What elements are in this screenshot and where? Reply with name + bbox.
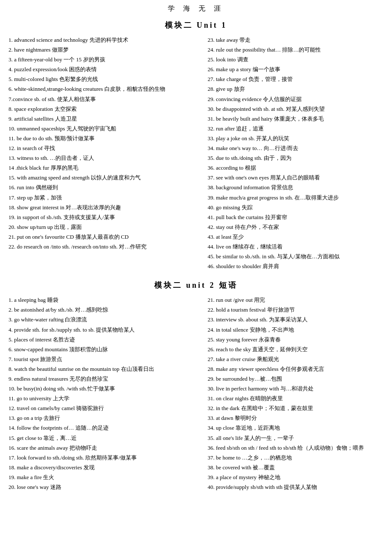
list-item: 24. in total silence 安静地，不出声地 — [208, 325, 383, 335]
list-item: 21. run out /give out 用完 — [208, 295, 383, 305]
list-item: 32. run after 追赶，追逐 — [208, 124, 383, 133]
section2: 模块二 unit 2 短语 1. a sleeping bag 睡袋2. be … — [9, 280, 383, 492]
list-item: 24. rule out the possibility that… 排除…的可… — [208, 45, 383, 55]
list-item: 34. up close 靠近地，近距离地 — [208, 423, 383, 433]
list-item: 34. make one's way to… 向…行进/而去 — [208, 144, 383, 153]
list-item: 43. at least 至少 — [208, 232, 383, 242]
list-item: 6. snow-capped mountains 顶部积雪的山脉 — [9, 345, 199, 354]
list-item: 35. due to sth./doing sth. 由于，因为 — [208, 153, 383, 163]
section1-left-col: 1. advanced science and technology 先进的科学… — [9, 35, 199, 272]
section2-right-col: 21. run out /give out 用完22. hold a touri… — [208, 295, 383, 492]
list-item: 33. play a joke on sb. 开某人的玩笑 — [208, 134, 383, 143]
list-item: 22. do research on /into sth. /research … — [9, 242, 199, 251]
list-item: 2. have nightmares 做噩梦 — [9, 45, 199, 55]
list-item: 39. a place of mystery 神秘之地 — [208, 473, 383, 482]
list-item: 1. a sleeping bag 睡袋 — [9, 295, 199, 305]
list-item: 28. make any viewer speechless 令任何参观者无言 — [208, 364, 383, 374]
list-item: 13. witness to sth. …的目击者，证人 — [9, 153, 199, 163]
list-item: 5. places of interest 名胜古迹 — [9, 335, 199, 344]
list-item: 20. show up/turn up 出现，露面 — [9, 223, 199, 232]
section2-columns: 1. a sleeping bag 睡袋2. be astonished at/… — [9, 295, 383, 492]
list-item: 5. multi-colored lights 色彩繁多的光线 — [9, 75, 199, 84]
list-item: 16. scare the animals away 把动物吓走 — [9, 443, 199, 453]
list-item: 11. go to university 上大学 — [9, 394, 199, 403]
list-item: 22. hold a tourism festival 举行旅游节 — [208, 305, 383, 315]
list-item: 41. pull back the curtains 拉开窗帘 — [208, 213, 383, 222]
list-item: 37. be home to …之乡，…的栖息地 — [208, 453, 383, 462]
list-item: 33. at dawn 黎明时分 — [208, 413, 383, 423]
list-item: 40. go missing 失踪 — [208, 203, 383, 212]
list-item: 29. be surrounded by…被…包围 — [208, 374, 383, 384]
list-item: 19. in support of sb./sth. 支持或支援某人/某事 — [9, 213, 199, 222]
list-item: 12. travel on camels/by camel 骑骆驼旅行 — [9, 404, 199, 413]
list-item: 3. a fifteen-year-old boy 一个 15 岁的男孩 — [9, 55, 199, 64]
list-item: 36. feed sb/sth on sth / feed sth to sb/… — [208, 443, 383, 453]
list-item: 12. in search of 寻找 — [9, 144, 199, 153]
list-item: 23. interview sb. about sth. 为某事采访某人 — [208, 315, 383, 324]
list-item: 30. be disappointed with sb. at sth. 对某人… — [208, 104, 383, 114]
list-item: 10. unmanned spaceships 无人驾驶的宇宙飞船 — [9, 124, 199, 133]
list-item: 35. all one's life 某人的一生，一辈子 — [208, 434, 383, 443]
list-item: 32. in the dark 在黑暗中；不知道，蒙在鼓里 — [208, 404, 383, 413]
section2-title: 模块二 unit 2 短语 — [9, 280, 383, 290]
list-item: 16. run into 偶然碰到 — [9, 183, 199, 192]
list-item: 40. provide/supply sb/sth with sth 提供某人某… — [208, 483, 383, 492]
list-item: 11. be due to do sth. 预期/预计做某事 — [9, 134, 199, 143]
list-item: 29. convincing evidence 令人信服的证据 — [208, 95, 383, 104]
section2-left-col: 1. a sleeping bag 睡袋2. be astonished at/… — [9, 295, 199, 492]
list-item: 21. put on one's favourite CD 播放某人最喜欢的 C… — [9, 232, 199, 242]
list-item: 18. make a discovery/discoveries 发现 — [9, 463, 199, 472]
section1-right-col: 23. take away 带走24. rule out the possibi… — [208, 35, 383, 272]
list-item: 25. stay young forever 永葆青春 — [208, 335, 383, 344]
list-item: 30. live in perfect harmony with 与…和谐共处 — [208, 384, 383, 393]
list-item: 31. be heavily built and hairy 体重庞大，体表多毛 — [208, 114, 383, 124]
page-title: 学 海 无 涯 — [9, 4, 383, 13]
list-item: 27. take charge of 负责，管理，接管 — [208, 75, 383, 84]
list-item: 3. go white-water rafting 白浪漂流 — [9, 315, 199, 324]
section1-columns: 1. advanced science and technology 先进的科学… — [9, 35, 383, 272]
list-item: 38. be covered with 被…覆盖 — [208, 463, 383, 472]
list-item: 23. take away 带走 — [208, 35, 383, 45]
list-item: 17. step up 加紧，加强 — [9, 193, 199, 202]
list-item: 19. make a fire 生火 — [9, 473, 199, 482]
list-item: 2. be astonished at/by sth./sb. 对…感到吃惊 — [9, 305, 199, 315]
list-item: 18. show great interest in 对…表现出浓厚的兴趣 — [9, 203, 199, 212]
section1: 模块二 Unit 1 1. advanced science and techn… — [9, 20, 383, 272]
list-item: 13. go on a trip 去旅行 — [9, 413, 199, 423]
list-item: 20. lose one's way 迷路 — [9, 483, 199, 492]
list-item: 15. get close to 靠近，离…近 — [9, 434, 199, 443]
list-item: 42. stay out 待在户外，不在家 — [208, 223, 383, 232]
list-item: 36. according to 根据 — [208, 163, 383, 173]
list-item: 1. advanced science and technology 先进的科学… — [9, 35, 199, 45]
list-item: 8. space exploration 太空探索 — [9, 104, 199, 114]
list-item: 27. take a river cruise 乘船观光 — [208, 355, 383, 364]
list-item: 6. white-skinned,strange-looking creatur… — [9, 84, 199, 94]
list-item: 45. be similar to sb./sth. in sth. 与某人/某… — [208, 252, 383, 261]
list-item: 9. endless natural treasures 无尽的自然珍宝 — [9, 374, 199, 384]
list-item: 10. be busy(in) doing sth. /with sth.忙于做… — [9, 384, 199, 393]
list-item: 14. follow the footprints of… 追随…的足迹 — [9, 423, 199, 433]
list-item: 44. live on 继续存在，继续活着 — [208, 242, 383, 251]
list-item: 4. provide sth. for sb./supply sth. to s… — [9, 325, 199, 335]
list-item: 26. reach to the sky 直通天空，延伸到天空 — [208, 345, 383, 354]
list-item: 46. shoulder to shoulder 肩并肩 — [208, 262, 383, 271]
list-item: 7.convince sb. of sth. 使某人相信某事 — [9, 95, 199, 104]
list-item: 28. give up 放弃 — [208, 84, 383, 94]
list-item: 9. artificial satellites 人造卫星 — [9, 114, 199, 124]
list-item: 7. tourist spot 旅游景点 — [9, 355, 199, 364]
list-item: 31. on clear nights 在晴朗的夜里 — [208, 394, 383, 403]
section1-title: 模块二 Unit 1 — [9, 20, 383, 30]
list-item: 14 .thick black fur 厚厚的黑毛 — [9, 163, 199, 173]
list-item: 8. watch the beautiful sunrise on the mo… — [9, 364, 199, 374]
list-item: 15. with amazing speed and strength 以惊人的… — [9, 173, 199, 182]
list-item: 17. look forward to sth./doing sth. 欣然期待… — [9, 453, 199, 462]
list-item: 4. puzzled expression/look 困惑的表情 — [9, 65, 199, 74]
list-item: 37. see with one's own eyes 用某人自己的眼睛看 — [208, 173, 383, 182]
list-item: 38. background information 背景信息 — [208, 183, 383, 192]
list-item: 25. look into 调查 — [208, 55, 383, 64]
list-item: 26. make up a story 编一个故事 — [208, 65, 383, 74]
list-item: 39. make much/a great progress in sth. 在… — [208, 193, 383, 202]
